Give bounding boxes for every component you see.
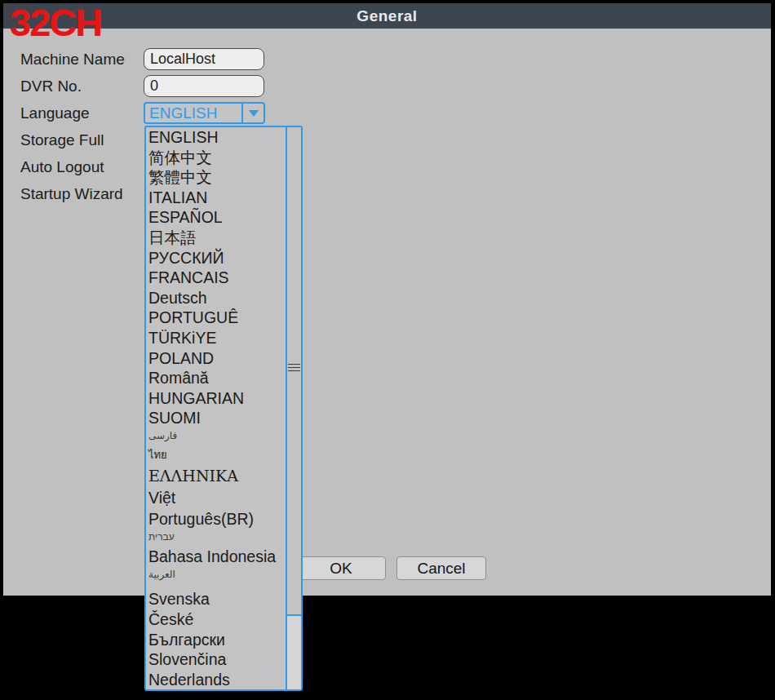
language-option[interactable]: Български (148, 630, 286, 650)
chevron-down-icon (249, 110, 259, 117)
language-option[interactable]: 日本語 (148, 228, 286, 248)
scrollbar-track-lower[interactable] (287, 614, 301, 689)
language-option[interactable]: ITALIAN (148, 188, 286, 208)
storage-full-label: Storage Full (20, 131, 104, 149)
language-option[interactable]: HUNGARIAN (148, 388, 286, 409)
cancel-button[interactable]: Cancel (396, 556, 486, 580)
language-option[interactable]: ไทย (148, 445, 286, 465)
dropdown-arrow-button[interactable] (241, 104, 264, 122)
dvr-settings-screen: General 32CH Machine Name DVR No. Langua… (0, 0, 775, 700)
language-option[interactable]: ΕΛΛΗΝΙΚΑ (148, 465, 286, 487)
language-option[interactable]: العربية (148, 567, 286, 583)
language-dropdown-list: ENGLISH简体中文繁體中文ITALIANESPAÑOL日本語РУССКИЙF… (144, 126, 303, 691)
language-option[interactable]: Svenska (148, 588, 286, 609)
language-label: Language (20, 104, 90, 122)
language-option[interactable]: Slovenčina (148, 649, 286, 670)
language-dropdown[interactable]: ENGLISH (144, 102, 265, 124)
dialog-titlebar: General (3, 3, 771, 29)
channel-badge: 32CH (10, 3, 101, 42)
language-option[interactable]: ESPAÑOL (148, 207, 286, 228)
language-option[interactable]: Nederlands (148, 670, 286, 689)
machine-name-input[interactable] (144, 48, 264, 70)
language-option[interactable]: 繁體中文 (148, 167, 286, 188)
language-option[interactable]: POLAND (148, 348, 286, 369)
general-panel (3, 29, 771, 596)
page-title: General (356, 7, 417, 25)
dvr-no-input[interactable] (144, 75, 264, 97)
language-option[interactable]: РУССКИЙ (148, 248, 286, 268)
language-option[interactable]: PORTUGUÊ (148, 308, 286, 328)
language-option[interactable]: Bahasa Indonesia (148, 546, 286, 567)
language-option[interactable]: Română (148, 368, 286, 388)
language-option[interactable]: Việt (148, 487, 286, 508)
machine-name-label: Machine Name (20, 51, 125, 69)
scrollbar[interactable] (286, 127, 301, 689)
language-option[interactable]: Deutsch (148, 288, 286, 308)
language-option[interactable]: 简体中文 (148, 148, 286, 168)
startup-wizard-label: Startup Wizard (20, 185, 123, 203)
language-option[interactable]: עברית (148, 529, 286, 546)
language-option[interactable]: Português(BR) (148, 508, 286, 529)
ok-button[interactable]: OK (296, 556, 386, 580)
language-option[interactable]: SUOMI (148, 408, 286, 428)
language-selected-value: ENGLISH (145, 104, 241, 122)
language-listbox: ENGLISH简体中文繁體中文ITALIANESPAÑOL日本語РУССКИЙF… (146, 127, 286, 689)
language-option[interactable]: České (148, 609, 286, 630)
language-option[interactable]: FRANCAIS (148, 268, 286, 288)
language-option[interactable]: ENGLISH (148, 127, 286, 148)
language-option[interactable]: فارسی (148, 428, 286, 445)
scrollbar-grip-icon[interactable] (288, 364, 300, 371)
dvr-no-label: DVR No. (20, 78, 82, 95)
language-option[interactable]: TÜRKiYE (148, 328, 286, 348)
auto-logout-label: Auto Logout (20, 158, 104, 176)
